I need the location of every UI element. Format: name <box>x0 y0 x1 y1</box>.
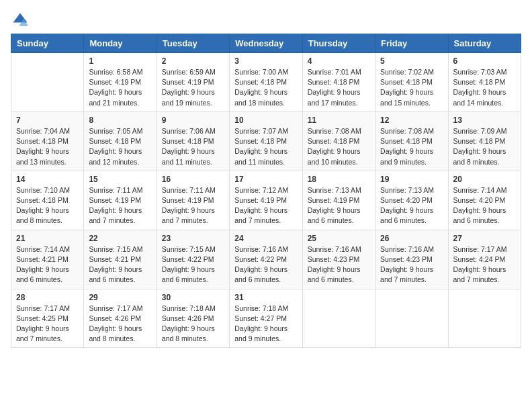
weekday-header-row: SundayMondayTuesdayWednesdayThursdayFrid… <box>11 34 521 53</box>
calendar-cell: 19Sunrise: 7:13 AM Sunset: 4:20 PM Dayli… <box>375 171 448 230</box>
weekday-header-cell: Thursday <box>302 34 375 53</box>
day-info: Sunrise: 7:10 AM Sunset: 4:18 PM Dayligh… <box>16 185 79 226</box>
page-header <box>11 11 521 30</box>
weekday-header-cell: Saturday <box>448 34 521 53</box>
calendar-cell: 8Sunrise: 7:05 AM Sunset: 4:18 PM Daylig… <box>84 111 157 171</box>
day-number: 13 <box>453 116 516 125</box>
calendar-cell: 25Sunrise: 7:16 AM Sunset: 4:23 PM Dayli… <box>302 230 375 289</box>
calendar-cell: 1Sunrise: 6:58 AM Sunset: 4:19 PM Daylig… <box>84 53 157 112</box>
day-info: Sunrise: 7:12 AM Sunset: 4:19 PM Dayligh… <box>234 185 297 226</box>
day-number: 14 <box>16 175 79 184</box>
calendar-cell: 23Sunrise: 7:15 AM Sunset: 4:22 PM Dayli… <box>157 230 229 289</box>
calendar-cell: 26Sunrise: 7:16 AM Sunset: 4:23 PM Dayli… <box>375 230 448 289</box>
day-number: 7 <box>16 116 79 125</box>
day-info: Sunrise: 7:17 AM Sunset: 4:26 PM Dayligh… <box>89 304 151 345</box>
day-info: Sunrise: 7:16 AM Sunset: 4:23 PM Dayligh… <box>380 244 443 285</box>
calendar-cell <box>375 289 448 348</box>
calendar-cell <box>302 289 375 348</box>
day-info: Sunrise: 7:03 AM Sunset: 4:18 PM Dayligh… <box>453 67 516 108</box>
calendar-cell: 11Sunrise: 7:08 AM Sunset: 4:18 PM Dayli… <box>302 111 375 171</box>
calendar-cell: 7Sunrise: 7:04 AM Sunset: 4:18 PM Daylig… <box>11 111 84 171</box>
day-info: Sunrise: 7:11 AM Sunset: 4:19 PM Dayligh… <box>89 185 151 226</box>
day-info: Sunrise: 7:06 AM Sunset: 4:18 PM Dayligh… <box>162 126 224 167</box>
day-number: 15 <box>89 175 151 184</box>
calendar-cell: 16Sunrise: 7:11 AM Sunset: 4:19 PM Dayli… <box>157 171 229 230</box>
day-info: Sunrise: 7:14 AM Sunset: 4:20 PM Dayligh… <box>453 185 516 226</box>
calendar-week-row: 7Sunrise: 7:04 AM Sunset: 4:18 PM Daylig… <box>11 111 521 171</box>
day-info: Sunrise: 7:16 AM Sunset: 4:22 PM Dayligh… <box>234 244 297 285</box>
day-number: 6 <box>453 56 516 66</box>
day-number: 24 <box>234 234 297 243</box>
day-number: 10 <box>234 116 297 125</box>
day-info: Sunrise: 7:15 AM Sunset: 4:22 PM Dayligh… <box>162 244 224 285</box>
calendar-cell: 5Sunrise: 7:02 AM Sunset: 4:18 PM Daylig… <box>375 53 448 112</box>
day-number: 23 <box>162 234 224 243</box>
calendar-week-row: 14Sunrise: 7:10 AM Sunset: 4:18 PM Dayli… <box>11 171 521 230</box>
calendar-cell: 15Sunrise: 7:11 AM Sunset: 4:19 PM Dayli… <box>84 171 157 230</box>
day-number: 8 <box>89 116 151 125</box>
day-number: 16 <box>162 175 224 184</box>
day-number: 22 <box>89 234 151 243</box>
day-info: Sunrise: 7:07 AM Sunset: 4:18 PM Dayligh… <box>234 126 297 167</box>
day-info: Sunrise: 7:13 AM Sunset: 4:20 PM Dayligh… <box>380 185 443 226</box>
day-info: Sunrise: 7:17 AM Sunset: 4:24 PM Dayligh… <box>453 244 516 285</box>
day-number: 18 <box>308 175 370 184</box>
day-number: 12 <box>380 116 443 125</box>
day-info: Sunrise: 7:02 AM Sunset: 4:18 PM Dayligh… <box>380 67 443 108</box>
day-info: Sunrise: 7:00 AM Sunset: 4:18 PM Dayligh… <box>234 67 297 108</box>
calendar-cell: 24Sunrise: 7:16 AM Sunset: 4:22 PM Dayli… <box>230 230 302 289</box>
day-info: Sunrise: 7:18 AM Sunset: 4:26 PM Dayligh… <box>162 304 224 345</box>
day-number: 2 <box>162 56 224 66</box>
weekday-header-cell: Friday <box>375 34 448 53</box>
calendar-cell: 10Sunrise: 7:07 AM Sunset: 4:18 PM Dayli… <box>230 111 302 171</box>
day-info: Sunrise: 7:18 AM Sunset: 4:27 PM Dayligh… <box>234 304 297 345</box>
day-info: Sunrise: 7:08 AM Sunset: 4:18 PM Dayligh… <box>308 126 370 167</box>
calendar-cell: 9Sunrise: 7:06 AM Sunset: 4:18 PM Daylig… <box>157 111 229 171</box>
day-info: Sunrise: 7:01 AM Sunset: 4:18 PM Dayligh… <box>308 67 370 108</box>
calendar-cell: 4Sunrise: 7:01 AM Sunset: 4:18 PM Daylig… <box>302 53 375 112</box>
calendar-week-row: 21Sunrise: 7:14 AM Sunset: 4:21 PM Dayli… <box>11 230 521 289</box>
calendar-body: 1Sunrise: 6:58 AM Sunset: 4:19 PM Daylig… <box>11 53 521 348</box>
day-number: 20 <box>453 175 516 184</box>
day-number: 3 <box>234 56 297 66</box>
calendar-cell: 31Sunrise: 7:18 AM Sunset: 4:27 PM Dayli… <box>230 289 302 348</box>
day-number: 1 <box>89 56 151 66</box>
day-number: 29 <box>89 293 151 302</box>
calendar-cell <box>11 53 84 112</box>
day-number: 17 <box>234 175 297 184</box>
calendar-cell: 12Sunrise: 7:08 AM Sunset: 4:18 PM Dayli… <box>375 111 448 171</box>
calendar-cell: 20Sunrise: 7:14 AM Sunset: 4:20 PM Dayli… <box>448 171 521 230</box>
weekday-header-cell: Sunday <box>11 34 84 53</box>
day-info: Sunrise: 6:58 AM Sunset: 4:19 PM Dayligh… <box>89 67 151 108</box>
day-number: 21 <box>16 234 79 243</box>
day-number: 28 <box>16 293 79 302</box>
calendar-week-row: 28Sunrise: 7:17 AM Sunset: 4:25 PM Dayli… <box>11 289 521 348</box>
day-number: 9 <box>162 116 224 125</box>
calendar-cell: 17Sunrise: 7:12 AM Sunset: 4:19 PM Dayli… <box>230 171 302 230</box>
day-number: 27 <box>453 234 516 243</box>
calendar-cell: 22Sunrise: 7:15 AM Sunset: 4:21 PM Dayli… <box>84 230 157 289</box>
calendar-cell: 13Sunrise: 7:09 AM Sunset: 4:18 PM Dayli… <box>448 111 521 171</box>
day-number: 4 <box>308 56 370 66</box>
calendar-cell: 18Sunrise: 7:13 AM Sunset: 4:19 PM Dayli… <box>302 171 375 230</box>
day-info: Sunrise: 7:14 AM Sunset: 4:21 PM Dayligh… <box>16 244 79 285</box>
day-number: 11 <box>308 116 370 125</box>
calendar-cell: 28Sunrise: 7:17 AM Sunset: 4:25 PM Dayli… <box>11 289 84 348</box>
calendar-cell: 14Sunrise: 7:10 AM Sunset: 4:18 PM Dayli… <box>11 171 84 230</box>
day-number: 31 <box>234 293 297 302</box>
day-info: Sunrise: 7:04 AM Sunset: 4:18 PM Dayligh… <box>16 126 79 167</box>
day-info: Sunrise: 7:16 AM Sunset: 4:23 PM Dayligh… <box>308 244 370 285</box>
day-info: Sunrise: 7:11 AM Sunset: 4:19 PM Dayligh… <box>162 185 224 226</box>
day-number: 25 <box>308 234 370 243</box>
calendar-cell: 29Sunrise: 7:17 AM Sunset: 4:26 PM Dayli… <box>84 289 157 348</box>
calendar-cell: 3Sunrise: 7:00 AM Sunset: 4:18 PM Daylig… <box>230 53 302 112</box>
day-number: 26 <box>380 234 443 243</box>
day-number: 30 <box>162 293 224 302</box>
day-number: 5 <box>380 56 443 66</box>
day-info: Sunrise: 7:15 AM Sunset: 4:21 PM Dayligh… <box>89 244 151 285</box>
weekday-header-cell: Tuesday <box>157 34 229 53</box>
logo-icon <box>11 11 30 30</box>
weekday-header-cell: Monday <box>84 34 157 53</box>
day-info: Sunrise: 7:09 AM Sunset: 4:18 PM Dayligh… <box>453 126 516 167</box>
calendar-cell: 30Sunrise: 7:18 AM Sunset: 4:26 PM Dayli… <box>157 289 229 348</box>
